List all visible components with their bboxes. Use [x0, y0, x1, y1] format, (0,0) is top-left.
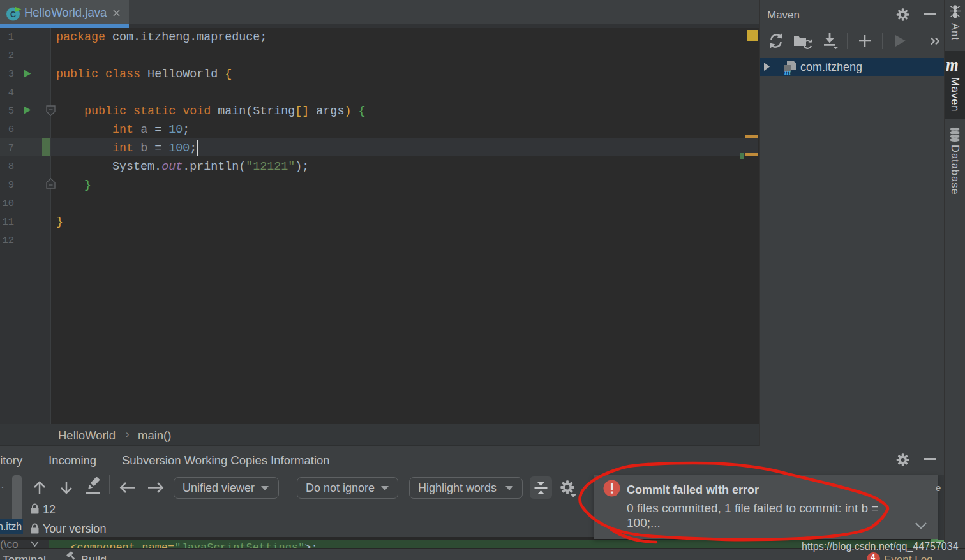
svg-text:m: m — [784, 67, 791, 75]
